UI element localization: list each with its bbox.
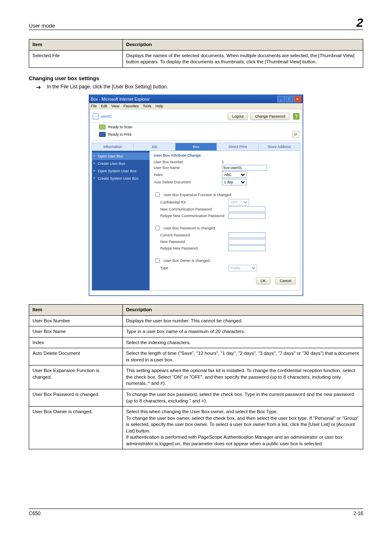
tab-box[interactable]: Box xyxy=(175,143,217,150)
tab-information[interactable]: Information xyxy=(92,143,134,150)
footer-right: 2-16 xyxy=(353,511,363,516)
screenshot: Box - Microsoft Internet Explorer _ □ × … xyxy=(29,95,363,296)
cell-item: Index xyxy=(29,337,123,348)
cell-item: Auto Delete Document xyxy=(29,348,123,365)
arrow-text: In the File List page, click the [User B… xyxy=(47,84,168,90)
cell-item: User Box Password is changed. xyxy=(29,389,123,406)
table-row: User Box Number Displays the user box nu… xyxy=(29,315,363,326)
sidebar-item-open-user-box[interactable]: Open User Box xyxy=(92,153,150,160)
label-owner-changed: User Box Owner is changed. xyxy=(164,259,211,263)
browser-menu[interactable]: File Edit View Favorites Tools Help xyxy=(89,103,303,109)
scanner-icon xyxy=(99,125,106,130)
tab-store-address[interactable]: Store Address xyxy=(259,143,300,150)
label-new-pw: New Password xyxy=(154,240,226,244)
label-new-comm-pw: New Communication Password xyxy=(154,207,226,211)
input-retype-pw[interactable] xyxy=(228,245,265,251)
input-new-comm-pw[interactable] xyxy=(228,206,265,212)
minimize-icon[interactable]: _ xyxy=(277,96,285,102)
cell-desc: To change the user box password, select … xyxy=(122,389,363,406)
input-current-pw[interactable] xyxy=(228,232,265,238)
close-icon[interactable]: × xyxy=(294,96,301,102)
label-password-changed: User Box Password is changed. xyxy=(164,226,216,230)
window-title: Box - Microsoft Internet Explorer xyxy=(91,97,150,102)
sidebar-item-open-system-user-box[interactable]: Open System User Box xyxy=(92,167,150,175)
label-box-name: User Box Name xyxy=(154,166,219,170)
form-heading: User Box Attribute Change xyxy=(154,153,296,157)
user-icon xyxy=(92,113,99,120)
label-index: Index xyxy=(154,173,219,177)
logout-button[interactable]: Logout xyxy=(228,113,248,120)
printer-icon xyxy=(99,132,106,137)
cell-desc: Displays the names of the selected docum… xyxy=(122,50,363,67)
form-area: User Box Attribute Change User Box Numbe… xyxy=(150,151,300,290)
value-box-number: 1 xyxy=(222,160,296,164)
input-new-pw[interactable] xyxy=(228,239,265,245)
input-box-name[interactable] xyxy=(222,165,267,171)
arrow-icon: ➔ xyxy=(29,84,41,91)
maximize-icon[interactable]: □ xyxy=(286,96,293,102)
cell-desc: Select the length of time ("Save", "12 h… xyxy=(122,348,363,365)
page-footer: C650 2-16 xyxy=(29,509,363,516)
sidebar-item-create-user-box[interactable]: Create User Box xyxy=(92,160,150,167)
cell-desc: Select this when changing the User Box o… xyxy=(122,407,363,449)
label-current-pw: Current Password xyxy=(154,233,226,237)
select-type[interactable]: Public xyxy=(228,265,257,271)
table-row: User Box Expansion Function is changed. … xyxy=(29,365,363,389)
table-row: Auto Delete Document Select the length o… xyxy=(29,348,363,365)
label-expansion: User Box Expansion Function is changed. xyxy=(164,193,232,197)
cell-desc: Displays the user box number. This canno… xyxy=(122,315,363,326)
sidebar-item-create-system-user-box[interactable]: Create System User Box xyxy=(92,175,150,182)
header-left: User mode xyxy=(29,23,354,29)
refresh-icon[interactable]: ⟳ xyxy=(292,131,300,138)
tab-job[interactable]: Job xyxy=(134,143,175,150)
select-index[interactable]: ABC xyxy=(222,171,247,178)
table-row: Selected File Displays the names of the … xyxy=(29,50,363,67)
table-selected-file: Item Description Selected File Displays … xyxy=(29,39,363,68)
header-chapter: 2 xyxy=(354,16,363,29)
ok-button[interactable]: OK xyxy=(256,277,270,284)
cell-desc: This setting appears when the optional f… xyxy=(122,365,363,389)
label-conf-rx: Confidential RX xyxy=(154,200,226,204)
table-row: User Box Password is changed. To change … xyxy=(29,389,363,406)
help-icon[interactable]: ? xyxy=(293,113,300,120)
status-print: Ready to Print xyxy=(108,132,131,136)
footer-left: C650 xyxy=(29,511,41,516)
cell-desc: Type in a user box name of a maximum of … xyxy=(122,326,363,338)
cancel-button[interactable]: Cancel xyxy=(275,277,296,284)
change-password-button[interactable]: Change Password xyxy=(250,113,290,120)
select-auto-delete[interactable]: 1 day xyxy=(222,179,247,185)
checkbox-expansion[interactable] xyxy=(155,192,160,197)
label-box-number: User Box Number xyxy=(154,160,219,164)
menu-edit[interactable]: Edit xyxy=(101,104,108,108)
cell-item: User Box Expansion Function is changed. xyxy=(29,365,123,389)
cell-item: User Box Number xyxy=(29,315,123,326)
label-type: Type xyxy=(154,266,226,270)
main-tabs: Information Job Box Direct Print Store A… xyxy=(92,143,300,151)
col-desc: Description xyxy=(122,305,363,316)
cell-item: Selected File xyxy=(29,50,123,67)
cell-item: User Box Name xyxy=(29,326,123,338)
select-conf-rx[interactable]: OFF xyxy=(228,199,249,206)
window-titlebar[interactable]: Box - Microsoft Internet Explorer _ □ × xyxy=(89,95,303,103)
menu-help[interactable]: Help xyxy=(155,104,163,108)
table-row: Index Select the indexing characters. xyxy=(29,337,363,348)
status-scan: Ready to Scan xyxy=(108,125,132,129)
col-item: Item xyxy=(29,39,123,51)
menu-tools[interactable]: Tools xyxy=(143,104,151,108)
checkbox-owner[interactable] xyxy=(155,258,160,263)
label-retype-comm-pw: Retype New Communication Password xyxy=(154,214,226,218)
table-settings: Item Description User Box Number Display… xyxy=(29,304,363,449)
input-retype-comm-pw[interactable] xyxy=(228,213,265,219)
tab-direct-print[interactable]: Direct Print xyxy=(217,143,258,150)
subheading: Changing user box settings xyxy=(29,75,363,81)
table-row: User Box Name Type in a user box name of… xyxy=(29,326,363,338)
username: user01 xyxy=(101,114,112,118)
checkbox-password[interactable] xyxy=(155,226,160,230)
menu-file[interactable]: File xyxy=(91,104,97,108)
label-retype-pw: Retype New Password xyxy=(154,246,226,250)
cell-item: User Box Owner is changed. xyxy=(29,407,123,449)
col-desc: Description xyxy=(122,39,363,51)
menu-favorites[interactable]: Favorites xyxy=(123,104,138,108)
label-auto-delete: Auto Delete Document xyxy=(154,180,219,184)
menu-view[interactable]: View xyxy=(111,104,119,108)
